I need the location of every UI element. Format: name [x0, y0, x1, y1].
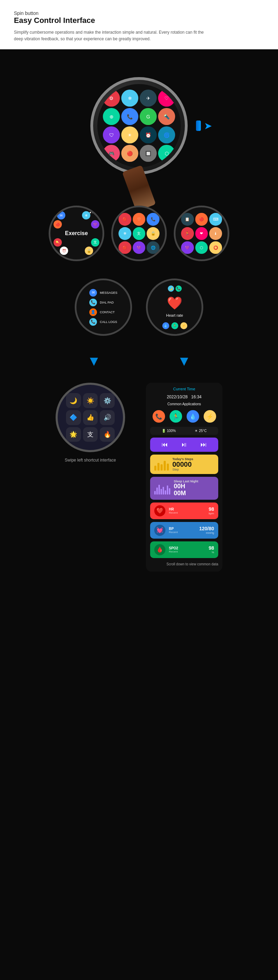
watch-app-icon[interactable]: 🔲 — [140, 145, 157, 162]
spo2-info: SPO2 Recent — [169, 546, 205, 553]
small-app-icon[interactable]: ♡ — [133, 213, 145, 226]
watch-app-icon[interactable]: G — [140, 108, 157, 125]
watch-hero: ⚙❄✈♡⊕📞G🔦🛡☀⏰🌀🎮🔴🔲⬡ ➤ — [0, 49, 278, 195]
sleep-card: Sleep Last Night 00H 00M — [150, 477, 218, 500]
sleep-bar-2 — [157, 488, 158, 495]
spo2-unit: % — [209, 551, 214, 554]
small-app-icon[interactable]: 🌡 — [209, 227, 222, 240]
small-app-icon[interactable]: ⬡ — [195, 241, 208, 254]
small-app-icon[interactable]: ❤ — [195, 227, 208, 240]
messages-label: MESSAGES — [100, 291, 117, 294]
menu-item-dialpad[interactable]: 📞 DIAL PAD — [89, 299, 117, 306]
shortcut-icon-sound[interactable]: 🔊 — [100, 410, 115, 425]
panel-app-fitness[interactable]: 🏃 — [169, 410, 182, 423]
watch-app-icon[interactable]: ⚙ — [103, 90, 120, 107]
shortcut-icon-gear[interactable]: ⚙️ — [100, 393, 115, 408]
app-icon: ❄ — [82, 211, 90, 220]
menu-item-calllogs[interactable]: 📞 CALL LOGS — [89, 318, 117, 326]
top-icon-1: 🌙 — [168, 285, 174, 292]
watch-app-icon[interactable]: ✈ — [140, 90, 157, 107]
watch-circles-row: ✉ ❄ 🔴 💜 💊 支 ⏰ 🔒 Exercise 🔴♡📞❄支🔒🔴💜🌐 📋🔴⌨🏃❤… — [0, 195, 278, 272]
calllogs-icon: 📞 — [89, 318, 97, 326]
common-apps-label: Common Applications — [150, 402, 218, 406]
panel-app-phone[interactable]: 📞 — [153, 410, 165, 423]
info-panel: Current Time 2022/10/28 16:34 Common App… — [146, 383, 222, 572]
shortcut-icon-moon[interactable]: 🌙 — [66, 393, 81, 408]
shortcut-icon-flame[interactable]: 🔥 — [100, 427, 115, 442]
menu-item-contact[interactable]: 👤 CONTACT — [89, 309, 117, 316]
hr-icon: ❤️ — [154, 505, 165, 516]
watch-app-icon[interactable]: ❄ — [121, 90, 138, 107]
small-app-icon[interactable]: 💜 — [133, 241, 145, 254]
small-app-icon[interactable]: 📋 — [181, 213, 194, 226]
panel-app-timer[interactable]: ⚡ — [204, 410, 216, 423]
watch-app-icon[interactable]: 🔴 — [121, 145, 138, 162]
watch-app-icon[interactable]: ♡ — [158, 90, 175, 107]
bottom-icon-1: 💧 — [162, 322, 169, 329]
spo2-card: 🩸 SPO2 Recent 98 % — [150, 541, 218, 558]
health-grid: 📋🔴⌨🏃❤🌡💜⬡⭕ — [179, 211, 224, 256]
app-icon: 支 — [91, 238, 99, 247]
sun-icon: ☀ — [195, 429, 198, 433]
shortcut-icon-pay[interactable]: 支 — [83, 427, 98, 442]
small-app-icon[interactable]: 支 — [133, 227, 145, 240]
bp-card: 💓 BP Recent 120/80 mmHg — [150, 522, 218, 539]
spo2-sub: Recent — [169, 550, 205, 553]
contact-label: CONTACT — [100, 310, 115, 314]
right-arrow-icon: ➤ — [204, 120, 212, 132]
play-pause-button[interactable]: ⏯ — [181, 441, 187, 448]
watch-outer: ⚙❄✈♡⊕📞G🔦🛡☀⏰🌀🎮🔴🔲⬡ ➤ — [83, 70, 195, 181]
panel-app-water[interactable]: 💧 — [187, 410, 199, 423]
bp-value: 120/80 — [199, 526, 214, 531]
bp-title: BP — [169, 527, 196, 531]
steps-bars — [154, 458, 169, 471]
small-app-icon[interactable]: 🔴 — [195, 213, 208, 226]
shortcut-icon-thumb[interactable]: 👍 — [83, 410, 98, 425]
small-app-icon[interactable]: 🌐 — [147, 241, 160, 254]
watch-app-icon[interactable]: 🌀 — [158, 126, 175, 143]
next-button[interactable]: ⏭ — [201, 441, 207, 448]
shortcut-icon-sun[interactable]: ☀️ — [83, 393, 98, 408]
watch-app-icon[interactable]: ⬡ — [158, 145, 175, 162]
top-icon-2: 📞 — [176, 285, 182, 292]
bar-1 — [154, 466, 157, 471]
small-app-icon[interactable]: 🔒 — [147, 227, 160, 240]
small-app-icon[interactable]: ❄ — [118, 227, 131, 240]
watch-app-icon[interactable]: 📞 — [121, 108, 138, 125]
spin-desc: Simplify cumbersome operations and make … — [14, 29, 209, 42]
watch-app-icon[interactable]: 🎮 — [103, 145, 120, 162]
shortcut-icon-brightness[interactable]: 🌟 — [66, 427, 81, 442]
watch-app-icon[interactable]: 🛡 — [103, 126, 120, 143]
bar-4 — [164, 461, 166, 471]
bp-sub: Recent — [169, 531, 196, 534]
prev-button[interactable]: ⏮ — [161, 441, 168, 448]
small-app-icon[interactable]: 🔴 — [118, 241, 131, 254]
small-app-icon[interactable]: 🏃 — [181, 227, 194, 240]
small-app-icon[interactable]: 🔴 — [118, 213, 131, 226]
watch-app-icon[interactable]: ⏰ — [140, 126, 157, 143]
heart-rate-display: 🌙 📞 ❤️ Heart rate 💧 🏃 ⚡ — [162, 285, 187, 329]
watch-app-icon[interactable]: ⊕ — [103, 108, 120, 125]
watch-screen: ⚙❄✈♡⊕📞G🔦🛡☀⏰🌀🎮🔴🔲⬡ — [97, 84, 181, 167]
messages-icon: ✉ — [89, 289, 97, 297]
sleep-hours: 00H — [174, 483, 198, 490]
small-app-icon[interactable]: 💜 — [181, 241, 194, 254]
sleep-bar-3 — [158, 485, 160, 495]
phone-menu-watch: ✉ MESSAGES 📞 DIAL PAD 👤 CONTACT 📞 CALL L… — [75, 278, 132, 336]
shortcut-label: Swipe left shortcut interface — [65, 458, 116, 463]
info-date: 2022/10/28 — [167, 395, 188, 399]
sleep-bar-1 — [154, 491, 156, 495]
small-app-icon[interactable]: ⌨ — [209, 213, 222, 226]
bottom-icon-2: 🏃 — [171, 322, 178, 329]
hr-unit: bpm — [209, 512, 214, 515]
watch-app-icon[interactable]: 🔦 — [158, 108, 175, 125]
shortcut-grid: 🌙 ☀️ ⚙️ 🔷 👍 🔊 🌟 支 🔥 — [62, 390, 118, 445]
small-app-icon[interactable]: 📞 — [147, 213, 160, 226]
small-app-icon[interactable]: ⭕ — [209, 241, 222, 254]
crown-button[interactable] — [196, 121, 201, 131]
menu-item-messages[interactable]: ✉ MESSAGES — [89, 289, 117, 297]
watch-app-icon[interactable]: ☀ — [121, 126, 138, 143]
shortcut-icon-bt[interactable]: 🔷 — [66, 410, 81, 425]
apps-icon-row: 📞 🏃 💧 ⚡ — [150, 410, 218, 423]
hr-value: 98 — [209, 506, 214, 512]
